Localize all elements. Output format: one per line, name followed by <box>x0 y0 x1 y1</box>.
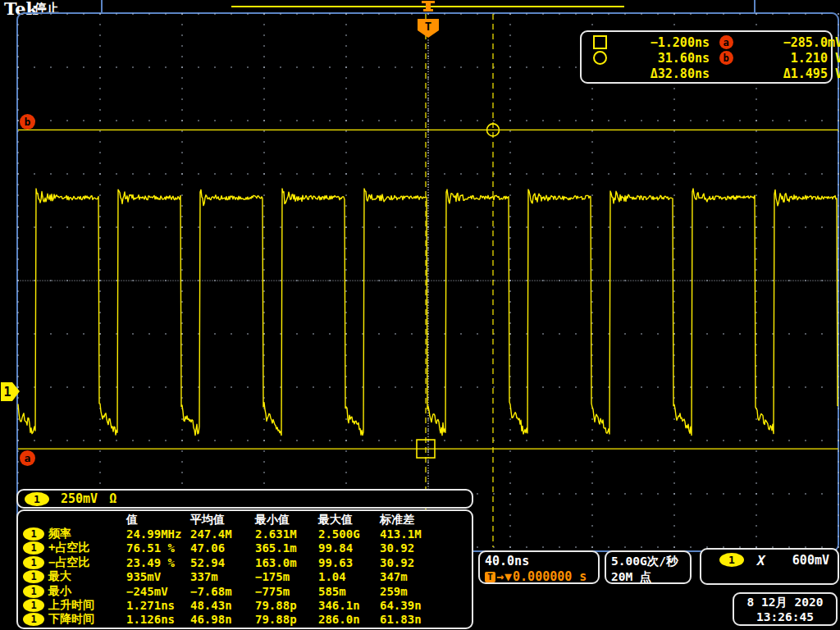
measurement-value: 1.04 <box>318 570 380 583</box>
trigger-delay-icon: T <box>485 572 495 582</box>
measurement-value: 52.94 <box>190 556 255 569</box>
horizontal-timebase-box[interactable]: 40.0ns T→▼0.000000 s <box>478 550 600 584</box>
measurement-name: 最大 <box>48 569 71 584</box>
cursor-delta-voltage: Δ1.495 V <box>742 66 840 81</box>
trigger-flag-label: T <box>425 20 431 33</box>
measurement-row-label: 1+占空比 <box>23 541 126 555</box>
measurement-row-label: 1最小 <box>23 584 126 599</box>
cursor-a-voltage: −285.0mV <box>742 35 840 50</box>
measurement-value: 163.0m <box>255 556 318 569</box>
measurement-value: 413.1M <box>380 527 468 541</box>
cursor-b-voltage: 1.210 V <box>742 51 840 66</box>
cursor-b-badge[interactable]: b <box>20 114 35 130</box>
measurement-value: 61.83n <box>380 613 468 626</box>
measurement-value: −775m <box>255 585 318 598</box>
measurement-value: 286.0n <box>318 613 380 626</box>
measurement-value: 64.39n <box>380 599 468 612</box>
cursor-readout-box: −1.200ns a −285.0mV 31.60ns b 1.210 V Δ3… <box>580 30 833 84</box>
measurement-value: 48.43n <box>190 599 255 612</box>
measurement-value: 47.06 <box>190 541 255 555</box>
measurement-value: 79.88p <box>255 599 318 612</box>
measurement-value: 2.500G <box>318 527 380 541</box>
measurement-value: 23.49 % <box>126 556 190 569</box>
measurement-column-header: 值 <box>126 513 190 527</box>
measurement-value: 347m <box>380 570 468 583</box>
channel1-badge[interactable]: 1 <box>25 492 49 506</box>
measurement-name: 下降时间 <box>48 612 94 627</box>
acquisition-info-box[interactable]: 5.00G次/秒 20M 点 <box>605 550 692 584</box>
measurement-row-label: 1最大 <box>23 569 126 584</box>
measurement-value: 24.99MHz <box>126 527 190 541</box>
oscilloscope-screen: Tek 停止 T 1 b a <box>0 0 840 630</box>
measurement-name: 频率 <box>48 527 71 541</box>
measurement-value: 935mV <box>126 570 190 583</box>
date-label: 8 12月 2020 <box>737 595 833 610</box>
datetime-box: 8 12月 2020 13:26:45 <box>733 592 838 626</box>
trigger-position-line <box>427 39 428 547</box>
record-length: 20M 点 <box>611 569 685 585</box>
measurement-value: 1.126ns <box>126 613 190 626</box>
delay-value: 0.000000 s <box>513 569 587 584</box>
sample-rate: 5.00G次/秒 <box>611 554 685 569</box>
measurement-value: 247.4M <box>190 527 255 541</box>
delay-marker-icon: ▼ <box>504 569 512 584</box>
measurement-column-header: 标准差 <box>380 513 468 527</box>
cursor-circle-time: 31.60ns <box>621 51 710 66</box>
channel1-vertical-scale: 250mV <box>61 491 98 506</box>
measurement-row-label: 1−占空比 <box>23 555 126 570</box>
measurement-value: 30.92 <box>380 541 468 555</box>
timebase-scale: 40.0ns <box>485 554 593 568</box>
trigger-source-badge: 1 <box>719 553 744 567</box>
measurement-column-header: 最大值 <box>318 513 380 527</box>
cursor-a-badge[interactable]: a <box>20 450 35 466</box>
measurement-value: 99.63 <box>318 556 380 569</box>
square-cursor-icon <box>593 35 607 49</box>
cursor-a-readout-badge: a <box>719 35 733 49</box>
measurement-column-header: 最小值 <box>255 513 318 527</box>
record-view-trigger-marker[interactable] <box>422 1 435 11</box>
trigger-readout-box[interactable]: 1 X 600mV <box>700 548 839 585</box>
circle-cursor-icon <box>593 51 607 65</box>
measurement-name: +占空比 <box>48 541 89 555</box>
measurement-name: 最小 <box>48 584 71 599</box>
measurement-row-label: 1下降时间 <box>23 612 126 627</box>
time-label: 13:26:45 <box>737 610 833 623</box>
measurement-channel-badge: 1 <box>23 570 44 583</box>
measurement-value: −245mV <box>126 585 190 598</box>
measurement-value: −175m <box>255 570 318 583</box>
channel1-coupling-icon: Ω <box>109 491 116 506</box>
channel1-reference-flag[interactable]: 1 <box>1 382 20 401</box>
measurement-channel-badge: 1 <box>23 613 44 626</box>
measurement-channel-badge: 1 <box>23 541 44 555</box>
trigger-edge-type-icon: X <box>757 553 765 568</box>
measurement-value: 46.98n <box>190 613 255 626</box>
delay-arrow-icon: → <box>496 569 504 584</box>
measurement-name: 上升时间 <box>48 598 94 613</box>
measurement-value: 76.51 % <box>126 541 190 555</box>
measurement-value: 585m <box>318 585 380 598</box>
measurement-table-box: 值平均值最小值最大值标准差1频率24.99MHz247.4M2.631M2.50… <box>16 509 473 629</box>
measurement-value: 2.631M <box>255 527 318 541</box>
measurement-channel-badge: 1 <box>23 527 44 541</box>
measurement-name: −占空比 <box>48 555 89 570</box>
trigger-delay-readout: T→▼0.000000 s <box>485 569 593 584</box>
channel1-flag-label: 1 <box>3 385 11 399</box>
channel1-readout-box[interactable]: 1 250mV Ω <box>16 489 473 509</box>
measurement-column-header: 平均值 <box>190 513 255 527</box>
measurement-value: 365.1m <box>255 541 318 555</box>
cursor-delta-time: Δ32.80ns <box>621 66 710 81</box>
measurement-channel-badge: 1 <box>23 556 44 569</box>
measurement-channel-badge: 1 <box>23 585 44 598</box>
trigger-level: 600mV <box>792 553 829 568</box>
measurement-value: 79.88p <box>255 613 318 626</box>
measurement-value: 259m <box>380 585 468 598</box>
measurement-row-label: 1上升时间 <box>23 598 126 613</box>
trigger-position-flag[interactable]: T <box>418 19 439 38</box>
measurement-value: 1.271ns <box>126 599 190 612</box>
measurement-row-label: 1频率 <box>23 527 126 541</box>
measurement-value: 337m <box>190 570 255 583</box>
measurement-channel-badge: 1 <box>23 599 44 612</box>
measurement-value: 99.84 <box>318 541 380 555</box>
cursor-square-time: −1.200ns <box>621 35 710 50</box>
cursor-b-readout-badge: b <box>719 51 733 65</box>
